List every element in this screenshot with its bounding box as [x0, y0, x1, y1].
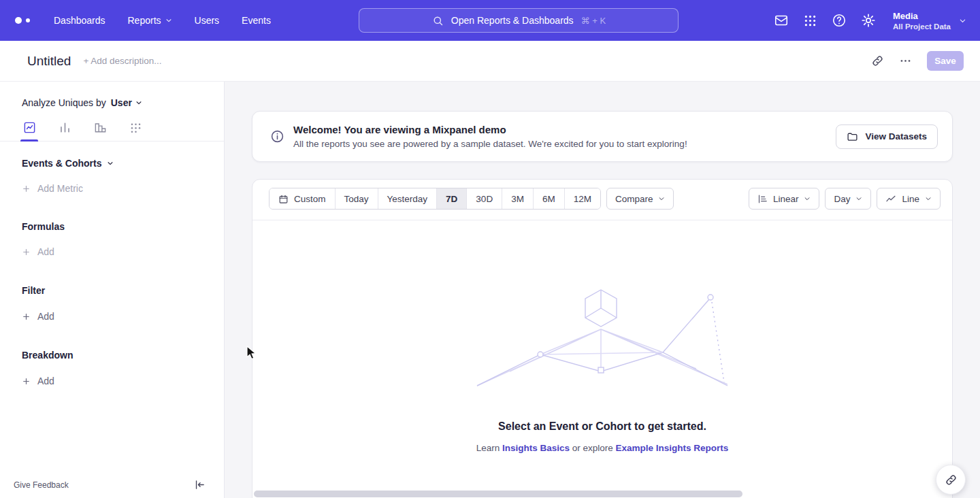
add-label: Add	[37, 246, 54, 257]
info-icon	[270, 129, 284, 144]
chart-toolbar: Custom Today Yesterday 7D 30D 3M 6M 12M …	[252, 180, 952, 220]
apps-grid-icon[interactable]	[803, 14, 817, 28]
global-search-input[interactable]: Open Reports & Dashboards ⌘ + K	[359, 8, 679, 33]
plus-icon	[22, 377, 31, 386]
tab-insights[interactable]	[20, 121, 39, 141]
range-label: Custom	[294, 194, 326, 204]
nav-item-events[interactable]: Events	[242, 15, 271, 26]
breakdown-section: Breakdown	[22, 350, 202, 361]
add-metric-button[interactable]: Add Metric	[22, 183, 202, 194]
chevron-down-icon	[855, 195, 862, 202]
analyze-label: Analyze Uniques by	[22, 97, 106, 108]
more-options-icon[interactable]	[899, 54, 912, 67]
plus-icon	[22, 248, 31, 256]
project-workspace: All Project Data	[893, 22, 951, 31]
range-today-button[interactable]: Today	[336, 188, 378, 209]
wireframe-illustration	[476, 288, 729, 392]
primary-nav: Dashboards Reports Users Events	[54, 15, 271, 26]
insights-chart-card: Custom Today Yesterday 7D 30D 3M 6M 12M …	[252, 179, 953, 498]
empty-state-links: Learn Insights Basics or explore Example…	[476, 443, 729, 453]
project-switcher[interactable]: Media All Project Data	[893, 11, 966, 31]
range-30d-button[interactable]: 30D	[467, 188, 502, 209]
add-formula-button[interactable]: Add	[22, 246, 202, 257]
mixpanel-logo[interactable]	[15, 17, 30, 24]
filter-section: Filter	[22, 285, 202, 296]
add-label: Add	[37, 376, 54, 386]
range-7d-button[interactable]: 7D	[437, 188, 467, 209]
compare-label: Compare	[615, 194, 653, 204]
help-icon[interactable]	[832, 13, 847, 28]
settings-gear-icon[interactable]	[861, 13, 876, 28]
project-name: Media	[893, 11, 951, 21]
nav-item-reports[interactable]: Reports	[128, 15, 172, 26]
example-insights-reports-link[interactable]: Example Insights Reports	[616, 443, 729, 453]
share-link-fab[interactable]	[936, 465, 966, 495]
nav-item-users[interactable]: Users	[195, 15, 220, 26]
sidebar-footer: Give Feedback	[0, 479, 224, 498]
nav-item-label: Users	[195, 15, 220, 26]
give-feedback-link[interactable]: Give Feedback	[14, 480, 69, 490]
range-label: 30D	[476, 194, 493, 204]
formulas-section: Formulas	[22, 221, 202, 232]
tab-funnel[interactable]	[91, 121, 110, 141]
save-button[interactable]: Save	[927, 51, 964, 71]
logo-dot-small	[26, 18, 30, 22]
chevron-down-icon	[658, 195, 665, 202]
or-explore-text: or explore	[572, 443, 613, 453]
interval-label: Day	[834, 194, 850, 204]
report-header: Untitled + Add description... Save	[0, 41, 980, 82]
inbox-icon[interactable]	[774, 13, 789, 28]
chevron-down-icon	[925, 195, 932, 202]
funnel-steps-icon	[94, 121, 107, 134]
empty-state: Select an Event or Cohort to get started…	[252, 220, 952, 453]
search-icon	[432, 15, 444, 27]
line-chart-icon	[885, 193, 896, 204]
add-filter-button[interactable]: Add	[22, 311, 202, 322]
link-icon	[945, 474, 958, 486]
line-chart-frame-icon	[23, 121, 36, 134]
range-label: 12M	[574, 194, 591, 204]
report-title[interactable]: Untitled	[27, 54, 71, 69]
range-label: 3M	[511, 194, 524, 204]
add-metric-label: Add Metric	[37, 183, 83, 194]
flows-dots-icon	[129, 121, 142, 134]
search-placeholder: Open Reports & Dashboards	[451, 15, 574, 26]
add-label: Add	[37, 311, 54, 322]
empty-state-title: Select an Event or Cohort to get started…	[498, 420, 706, 433]
add-description-field[interactable]: + Add description...	[83, 56, 161, 66]
date-range-segmented-control: Custom Today Yesterday 7D 30D 3M 6M 12M	[269, 188, 601, 210]
scale-label: Linear	[773, 194, 799, 204]
range-12m-button[interactable]: 12M	[565, 188, 600, 209]
chevron-down-icon	[165, 17, 172, 24]
chart-type-label: Line	[902, 194, 919, 204]
compare-dropdown[interactable]: Compare	[606, 188, 674, 210]
nav-item-dashboards[interactable]: Dashboards	[54, 15, 105, 26]
range-3m-button[interactable]: 3M	[502, 188, 534, 209]
tab-flows[interactable]	[126, 121, 145, 141]
chart-display-controls: Linear Day Line	[749, 188, 941, 210]
view-datasets-label: View Datasets	[865, 131, 927, 142]
collapse-sidebar-icon[interactable]	[194, 479, 206, 491]
analyze-by-dropdown[interactable]: User	[111, 97, 142, 108]
add-breakdown-button[interactable]: Add	[22, 376, 202, 386]
range-6m-button[interactable]: 6M	[534, 188, 565, 209]
tab-bar-chart[interactable]	[55, 121, 74, 141]
analyze-value: User	[111, 97, 132, 108]
visualization-tabs	[0, 121, 224, 142]
view-datasets-button[interactable]: View Datasets	[836, 124, 938, 149]
insights-basics-link[interactable]: Insights Basics	[502, 443, 570, 453]
nav-item-label: Reports	[128, 15, 161, 26]
chart-type-dropdown[interactable]: Line	[877, 188, 941, 210]
scale-dropdown[interactable]: Linear	[749, 188, 820, 210]
section-label: Filter	[22, 285, 45, 296]
range-custom-button[interactable]: Custom	[270, 188, 336, 209]
horizontal-scrollbar-thumb[interactable]	[254, 491, 742, 497]
section-label: Breakdown	[22, 350, 73, 361]
range-yesterday-button[interactable]: Yesterday	[378, 188, 438, 209]
copy-link-icon[interactable]	[871, 54, 884, 67]
nav-item-label: Events	[242, 15, 271, 26]
top-navbar: Dashboards Reports Users Events Open Rep…	[0, 0, 980, 41]
events-cohorts-section[interactable]: Events & Cohorts	[22, 158, 202, 169]
interval-dropdown[interactable]: Day	[825, 188, 871, 210]
linear-scale-icon	[757, 194, 768, 204]
